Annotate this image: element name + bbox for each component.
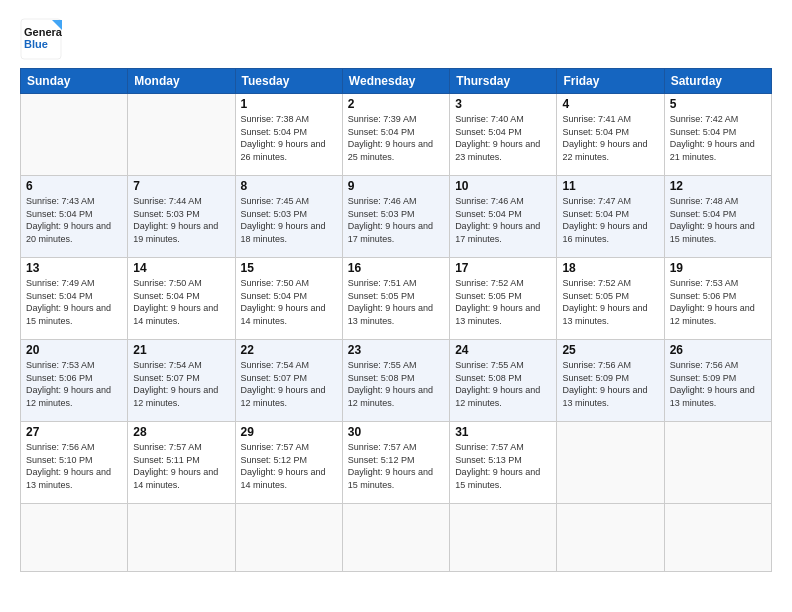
day-info: Sunrise: 7:44 AMSunset: 5:03 PMDaylight:… <box>133 195 229 245</box>
day-number: 31 <box>455 425 551 439</box>
day-info: Sunrise: 7:54 AMSunset: 5:07 PMDaylight:… <box>241 359 337 409</box>
day-cell-17: 17Sunrise: 7:52 AMSunset: 5:05 PMDayligh… <box>450 258 557 340</box>
day-number: 13 <box>26 261 122 275</box>
weekday-header-row: SundayMondayTuesdayWednesdayThursdayFrid… <box>21 69 772 94</box>
day-cell-24: 24Sunrise: 7:55 AMSunset: 5:08 PMDayligh… <box>450 340 557 422</box>
day-number: 18 <box>562 261 658 275</box>
empty-cell <box>21 94 128 176</box>
day-info: Sunrise: 7:57 AMSunset: 5:11 PMDaylight:… <box>133 441 229 491</box>
logo: General Blue <box>20 18 62 60</box>
day-cell-20: 20Sunrise: 7:53 AMSunset: 5:06 PMDayligh… <box>21 340 128 422</box>
day-number: 14 <box>133 261 229 275</box>
day-number: 23 <box>348 343 444 357</box>
day-cell-9: 9Sunrise: 7:46 AMSunset: 5:03 PMDaylight… <box>342 176 449 258</box>
day-number: 21 <box>133 343 229 357</box>
day-number: 19 <box>670 261 766 275</box>
day-cell-23: 23Sunrise: 7:55 AMSunset: 5:08 PMDayligh… <box>342 340 449 422</box>
day-cell-22: 22Sunrise: 7:54 AMSunset: 5:07 PMDayligh… <box>235 340 342 422</box>
calendar-row-3: 13Sunrise: 7:49 AMSunset: 5:04 PMDayligh… <box>21 258 772 340</box>
day-cell-30: 30Sunrise: 7:57 AMSunset: 5:12 PMDayligh… <box>342 422 449 504</box>
day-number: 27 <box>26 425 122 439</box>
day-cell-3: 3Sunrise: 7:40 AMSunset: 5:04 PMDaylight… <box>450 94 557 176</box>
day-info: Sunrise: 7:41 AMSunset: 5:04 PMDaylight:… <box>562 113 658 163</box>
day-cell-29: 29Sunrise: 7:57 AMSunset: 5:12 PMDayligh… <box>235 422 342 504</box>
empty-cell <box>128 504 235 572</box>
day-number: 4 <box>562 97 658 111</box>
calendar-row-1: 1Sunrise: 7:38 AMSunset: 5:04 PMDaylight… <box>21 94 772 176</box>
day-cell-12: 12Sunrise: 7:48 AMSunset: 5:04 PMDayligh… <box>664 176 771 258</box>
day-cell-25: 25Sunrise: 7:56 AMSunset: 5:09 PMDayligh… <box>557 340 664 422</box>
day-cell-1: 1Sunrise: 7:38 AMSunset: 5:04 PMDaylight… <box>235 94 342 176</box>
day-number: 25 <box>562 343 658 357</box>
day-info: Sunrise: 7:53 AMSunset: 5:06 PMDaylight:… <box>670 277 766 327</box>
day-info: Sunrise: 7:56 AMSunset: 5:09 PMDaylight:… <box>670 359 766 409</box>
day-info: Sunrise: 7:56 AMSunset: 5:10 PMDaylight:… <box>26 441 122 491</box>
empty-cell <box>342 504 449 572</box>
day-cell-10: 10Sunrise: 7:46 AMSunset: 5:04 PMDayligh… <box>450 176 557 258</box>
calendar-row-6 <box>21 504 772 572</box>
day-info: Sunrise: 7:57 AMSunset: 5:12 PMDaylight:… <box>348 441 444 491</box>
empty-cell <box>557 422 664 504</box>
day-cell-28: 28Sunrise: 7:57 AMSunset: 5:11 PMDayligh… <box>128 422 235 504</box>
day-number: 3 <box>455 97 551 111</box>
day-number: 20 <box>26 343 122 357</box>
day-cell-31: 31Sunrise: 7:57 AMSunset: 5:13 PMDayligh… <box>450 422 557 504</box>
weekday-header-friday: Friday <box>557 69 664 94</box>
day-info: Sunrise: 7:49 AMSunset: 5:04 PMDaylight:… <box>26 277 122 327</box>
empty-cell <box>557 504 664 572</box>
day-number: 26 <box>670 343 766 357</box>
day-info: Sunrise: 7:51 AMSunset: 5:05 PMDaylight:… <box>348 277 444 327</box>
day-info: Sunrise: 7:54 AMSunset: 5:07 PMDaylight:… <box>133 359 229 409</box>
day-cell-16: 16Sunrise: 7:51 AMSunset: 5:05 PMDayligh… <box>342 258 449 340</box>
calendar-table: SundayMondayTuesdayWednesdayThursdayFrid… <box>20 68 772 572</box>
day-info: Sunrise: 7:57 AMSunset: 5:12 PMDaylight:… <box>241 441 337 491</box>
day-number: 22 <box>241 343 337 357</box>
day-cell-6: 6Sunrise: 7:43 AMSunset: 5:04 PMDaylight… <box>21 176 128 258</box>
day-number: 1 <box>241 97 337 111</box>
day-cell-11: 11Sunrise: 7:47 AMSunset: 5:04 PMDayligh… <box>557 176 664 258</box>
day-number: 16 <box>348 261 444 275</box>
day-number: 28 <box>133 425 229 439</box>
weekday-header-saturday: Saturday <box>664 69 771 94</box>
day-info: Sunrise: 7:53 AMSunset: 5:06 PMDaylight:… <box>26 359 122 409</box>
weekday-header-sunday: Sunday <box>21 69 128 94</box>
day-info: Sunrise: 7:48 AMSunset: 5:04 PMDaylight:… <box>670 195 766 245</box>
day-info: Sunrise: 7:57 AMSunset: 5:13 PMDaylight:… <box>455 441 551 491</box>
calendar-row-4: 20Sunrise: 7:53 AMSunset: 5:06 PMDayligh… <box>21 340 772 422</box>
day-info: Sunrise: 7:56 AMSunset: 5:09 PMDaylight:… <box>562 359 658 409</box>
day-number: 8 <box>241 179 337 193</box>
empty-cell <box>21 504 128 572</box>
weekday-header-wednesday: Wednesday <box>342 69 449 94</box>
calendar-row-5: 27Sunrise: 7:56 AMSunset: 5:10 PMDayligh… <box>21 422 772 504</box>
day-cell-21: 21Sunrise: 7:54 AMSunset: 5:07 PMDayligh… <box>128 340 235 422</box>
header: General Blue <box>20 18 772 60</box>
logo-svg: General Blue <box>20 18 62 60</box>
day-number: 29 <box>241 425 337 439</box>
weekday-header-thursday: Thursday <box>450 69 557 94</box>
day-info: Sunrise: 7:55 AMSunset: 5:08 PMDaylight:… <box>348 359 444 409</box>
day-info: Sunrise: 7:46 AMSunset: 5:04 PMDaylight:… <box>455 195 551 245</box>
day-info: Sunrise: 7:38 AMSunset: 5:04 PMDaylight:… <box>241 113 337 163</box>
day-number: 30 <box>348 425 444 439</box>
day-cell-2: 2Sunrise: 7:39 AMSunset: 5:04 PMDaylight… <box>342 94 449 176</box>
day-info: Sunrise: 7:43 AMSunset: 5:04 PMDaylight:… <box>26 195 122 245</box>
day-info: Sunrise: 7:47 AMSunset: 5:04 PMDaylight:… <box>562 195 658 245</box>
day-info: Sunrise: 7:46 AMSunset: 5:03 PMDaylight:… <box>348 195 444 245</box>
empty-cell <box>664 422 771 504</box>
day-info: Sunrise: 7:55 AMSunset: 5:08 PMDaylight:… <box>455 359 551 409</box>
page: General Blue SundayMondayTuesdayWednesda… <box>0 0 792 612</box>
empty-cell <box>235 504 342 572</box>
day-info: Sunrise: 7:42 AMSunset: 5:04 PMDaylight:… <box>670 113 766 163</box>
day-info: Sunrise: 7:52 AMSunset: 5:05 PMDaylight:… <box>455 277 551 327</box>
empty-cell <box>128 94 235 176</box>
day-info: Sunrise: 7:45 AMSunset: 5:03 PMDaylight:… <box>241 195 337 245</box>
day-number: 24 <box>455 343 551 357</box>
day-info: Sunrise: 7:50 AMSunset: 5:04 PMDaylight:… <box>133 277 229 327</box>
day-info: Sunrise: 7:39 AMSunset: 5:04 PMDaylight:… <box>348 113 444 163</box>
day-cell-7: 7Sunrise: 7:44 AMSunset: 5:03 PMDaylight… <box>128 176 235 258</box>
day-number: 10 <box>455 179 551 193</box>
day-number: 6 <box>26 179 122 193</box>
day-info: Sunrise: 7:50 AMSunset: 5:04 PMDaylight:… <box>241 277 337 327</box>
day-number: 7 <box>133 179 229 193</box>
day-cell-15: 15Sunrise: 7:50 AMSunset: 5:04 PMDayligh… <box>235 258 342 340</box>
